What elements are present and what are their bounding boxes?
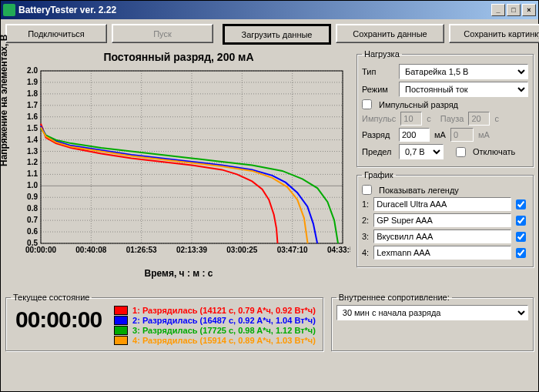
resistance-legend: Внутреннее сопротивление:: [336, 293, 452, 302]
sec2-label: с: [494, 114, 499, 123]
swatch-4: [114, 336, 128, 345]
load-panel: Нагрузка Тип Батарейка 1,5 В Режим Посто…: [357, 49, 534, 167]
swatch-2: [114, 316, 128, 325]
status-s4: 4: Разрядилась (15914 c, 0.89 A*ч, 1.03 …: [132, 336, 316, 345]
svg-text:03:47:10: 03:47:10: [277, 246, 308, 254]
svg-text:1.9: 1.9: [27, 78, 38, 86]
svg-text:00:40:08: 00:40:08: [75, 246, 106, 254]
pulse-input: [400, 112, 422, 126]
chart-area: Постоянный разряд, 200 мА Напряжение на …: [5, 49, 352, 288]
disconnect-label: Отключать: [473, 147, 515, 156]
chart-plot: Напряжение на элементах, В 0.50.60.70.80…: [5, 66, 350, 266]
load-data-button[interactable]: Загрузить данные: [223, 24, 331, 45]
limit-select[interactable]: 0,7 В: [399, 144, 444, 159]
svg-text:1.5: 1.5: [27, 124, 38, 132]
close-button[interactable]: ×: [522, 4, 536, 16]
series1-input[interactable]: [373, 197, 511, 211]
connect-button[interactable]: Подключиться: [5, 24, 107, 43]
save-data-button[interactable]: Сохранить данные: [336, 24, 444, 43]
series1-checkbox[interactable]: [516, 199, 526, 209]
svg-text:0.6: 0.6: [27, 227, 38, 236]
show-legend-label: Показывать легенду: [379, 186, 459, 195]
app-icon: [3, 4, 15, 16]
discharge2-input: [450, 128, 474, 142]
series3-input[interactable]: [373, 230, 511, 243]
svg-text:0.7: 0.7: [27, 216, 38, 224]
svg-text:1.7: 1.7: [27, 101, 38, 109]
window-title: BatteryTester ver. 2.22: [18, 5, 116, 15]
pause-label: Пауза: [440, 114, 464, 123]
svg-text:1.0: 1.0: [27, 181, 38, 189]
series4-input[interactable]: [373, 246, 511, 260]
discharge2-unit: мА: [478, 130, 490, 139]
start-button[interactable]: Пуск: [112, 24, 213, 43]
svg-text:04:33:56: 04:33:56: [327, 246, 350, 254]
svg-text:02:13:39: 02:13:39: [176, 246, 207, 254]
resistance-panel: Внутреннее сопротивление: 30 мин с начал…: [331, 293, 534, 351]
series2-input[interactable]: [373, 213, 511, 227]
minimize-button[interactable]: _: [491, 4, 505, 16]
sec1-label: с: [427, 114, 431, 123]
status-s3: 3: Разрядилась (17725 c, 0.98 A*ч, 1.12 …: [132, 326, 316, 335]
disconnect-checkbox[interactable]: [456, 147, 466, 157]
title-bar: BatteryTester ver. 2.22 _ □ ×: [1, 1, 538, 19]
svg-text:1.8: 1.8: [27, 89, 38, 98]
discharge-label: Разряд: [362, 130, 394, 139]
svg-text:0.8: 0.8: [27, 204, 38, 213]
show-legend-checkbox[interactable]: [362, 185, 372, 195]
pulse-label: Импульс: [362, 114, 396, 123]
graph-legend: График: [362, 170, 396, 179]
load-legend: Нагрузка: [362, 49, 402, 59]
pulse-cb-label: Импульсный разряд: [379, 100, 458, 109]
status-s2: 2: Разрядилась (16487 c, 0.92 A*ч, 1.04 …: [132, 316, 316, 325]
pause-input: [468, 112, 490, 126]
elapsed-time: 00:00:00: [11, 305, 106, 334]
mode-label: Режим: [362, 85, 394, 94]
svg-text:00:00:00: 00:00:00: [25, 246, 56, 254]
chart-xlabel: Время, ч : м : с: [5, 268, 352, 279]
s1-label: 1:: [362, 199, 369, 209]
s3-label: 3:: [362, 232, 369, 241]
graph-panel: График Показывать легенду 1: 2:: [357, 170, 534, 267]
maximize-button[interactable]: □: [507, 4, 521, 16]
series4-checkbox[interactable]: [516, 248, 526, 258]
type-select[interactable]: Батарейка 1,5 В: [399, 64, 528, 79]
discharge-unit: мА: [434, 130, 446, 139]
svg-text:1.6: 1.6: [27, 112, 38, 121]
type-label: Тип: [362, 67, 394, 76]
svg-text:01:26:53: 01:26:53: [126, 246, 157, 254]
svg-text:1.4: 1.4: [27, 136, 38, 144]
swatch-3: [114, 326, 128, 335]
series3-checkbox[interactable]: [516, 232, 526, 242]
svg-text:1.2: 1.2: [27, 158, 38, 166]
status-legend: Текущее состояние: [11, 293, 92, 302]
toolbar: Подключиться Пуск Загрузить данные Сохра…: [5, 24, 534, 45]
s4-label: 4:: [362, 248, 369, 257]
svg-text:2.0: 2.0: [27, 66, 38, 75]
app-window: BatteryTester ver. 2.22 _ □ × Подключить…: [0, 0, 539, 392]
status-s1: 1: Разрядилась (14121 c, 0.79 A*ч, 0.92 …: [132, 306, 316, 315]
s2-label: 2:: [362, 216, 369, 225]
swatch-1: [114, 306, 128, 315]
save-picture-button[interactable]: Сохранить картинку: [449, 24, 539, 43]
status-panel: Текущее состояние 00:00:00 1: Разрядилас…: [5, 293, 323, 351]
svg-text:0.9: 0.9: [27, 193, 38, 201]
resistance-select[interactable]: 30 мин с начала разряда: [336, 305, 528, 320]
limit-label: Предел: [362, 147, 394, 156]
svg-text:1.1: 1.1: [27, 169, 38, 178]
pulse-checkbox[interactable]: [362, 99, 372, 109]
chart-ylabel: Напряжение на элементах, В: [0, 35, 9, 166]
chart-title: Постоянный разряд, 200 мА: [5, 51, 352, 63]
svg-text:1.3: 1.3: [27, 147, 38, 156]
svg-text:03:00:25: 03:00:25: [226, 246, 257, 254]
discharge-input[interactable]: [399, 128, 430, 142]
mode-select[interactable]: Постоянный ток: [399, 82, 528, 97]
series2-checkbox[interactable]: [516, 216, 526, 226]
